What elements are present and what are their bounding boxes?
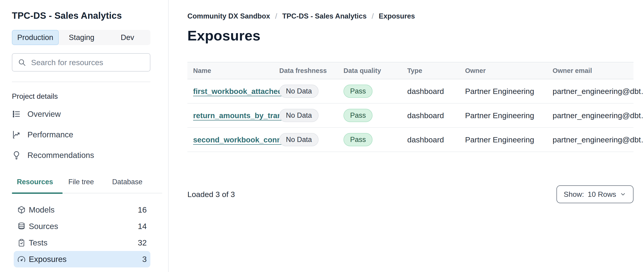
column-header-owner-email: Owner email bbox=[552, 67, 634, 74]
table-footer: Loaded 3 of 3 Show: 10 Rows bbox=[188, 185, 634, 203]
column-header-name: Name bbox=[188, 67, 279, 74]
loaded-count-text: Loaded 3 of 3 bbox=[188, 190, 235, 199]
resource-type-list: Models 16 Sources 14 bbox=[14, 202, 150, 272]
sidebar-item-label: Recommendations bbox=[28, 151, 94, 160]
list-icon bbox=[12, 110, 21, 119]
env-tab-production[interactable]: Production bbox=[12, 30, 59, 45]
resource-item-label: Tests bbox=[29, 238, 48, 247]
environment-tabs: Production Staging Dev bbox=[12, 30, 150, 45]
resource-item-sources[interactable]: Sources 14 bbox=[14, 218, 150, 234]
page-title: Exposures bbox=[188, 28, 634, 44]
exposure-owner-email: partner_engineering@dbt… bbox=[552, 87, 634, 96]
main-content: Community DX Sandbox / TPC-DS - Sales An… bbox=[188, 0, 634, 203]
freshness-badge: No Data bbox=[279, 84, 318, 98]
resource-search[interactable] bbox=[12, 53, 150, 72]
project-title: TPC-DS - Sales Analytics bbox=[12, 10, 150, 21]
table-header-row: Name Data freshness Data quality Type Ow… bbox=[188, 62, 634, 79]
chevron-down-icon bbox=[620, 191, 626, 198]
env-tab-staging[interactable]: Staging bbox=[59, 30, 105, 45]
resource-item-label: Models bbox=[29, 205, 54, 214]
quality-badge: Pass bbox=[344, 109, 372, 122]
project-sidebar: TPC-DS - Sales Analytics Production Stag… bbox=[0, 0, 169, 272]
database-icon bbox=[17, 222, 26, 230]
resource-item-cutoff[interactable] bbox=[14, 268, 150, 272]
cube-icon bbox=[17, 206, 26, 214]
resource-item-exposures[interactable]: Exposures 3 bbox=[14, 251, 150, 268]
sidebar-item-label: Performance bbox=[28, 130, 73, 139]
sidebar-item-label: Overview bbox=[28, 110, 61, 119]
sidebar-view-tabs: Resources File tree Database bbox=[12, 178, 150, 193]
breadcrumb-separator: / bbox=[372, 12, 374, 20]
freshness-badge: No Data bbox=[279, 133, 318, 146]
table-row: return_amounts_by_tran… No Data Pass das… bbox=[188, 104, 634, 128]
exposure-type: dashboard bbox=[407, 111, 465, 120]
exposure-name-link[interactable]: return_amounts_by_tran… bbox=[193, 111, 290, 120]
freshness-badge: No Data bbox=[279, 109, 318, 122]
exposure-owner: Partner Engineering bbox=[465, 135, 552, 144]
resource-count: 14 bbox=[138, 222, 147, 231]
project-details-nav: Overview Performance bbox=[12, 104, 150, 166]
tab-file-tree[interactable]: File tree bbox=[58, 178, 104, 193]
exposure-owner: Partner Engineering bbox=[465, 87, 552, 96]
dbt-explorer-page: TPC-DS - Sales Analytics Production Stag… bbox=[0, 0, 644, 272]
clipboard-check-icon bbox=[17, 239, 26, 247]
resource-count: 16 bbox=[138, 205, 147, 214]
lightbulb-icon bbox=[12, 151, 21, 160]
resource-count: 3 bbox=[142, 255, 147, 264]
exposure-type: dashboard bbox=[407, 87, 465, 96]
quality-badge: Pass bbox=[344, 84, 372, 98]
show-label: Show: bbox=[564, 190, 584, 199]
sidebar-item-recommendations[interactable]: Recommendations bbox=[12, 145, 150, 166]
exposure-owner-email: partner_engineering@dbt… bbox=[552, 135, 634, 144]
resource-item-label: Exposures bbox=[29, 255, 66, 264]
exposure-type: dashboard bbox=[407, 135, 465, 144]
line-chart-icon bbox=[12, 130, 21, 139]
resource-item-label: Sources bbox=[29, 222, 58, 231]
env-tab-dev[interactable]: Dev bbox=[104, 30, 150, 45]
table-row: second_workbook_conn… No Data Pass dashb… bbox=[188, 128, 634, 152]
exposure-owner: Partner Engineering bbox=[465, 111, 552, 120]
breadcrumb-separator: / bbox=[275, 12, 277, 20]
tab-database[interactable]: Database bbox=[104, 178, 150, 193]
breadcrumb: Community DX Sandbox / TPC-DS - Sales An… bbox=[188, 12, 634, 20]
search-input[interactable] bbox=[31, 58, 141, 67]
sidebar-item-performance[interactable]: Performance bbox=[12, 124, 150, 145]
sidebar-divider bbox=[12, 82, 150, 82]
column-header-data-freshness: Data freshness bbox=[279, 67, 344, 74]
resource-count: 32 bbox=[138, 238, 147, 247]
column-header-type: Type bbox=[407, 67, 465, 74]
search-icon bbox=[18, 58, 26, 66]
project-details-label: Project details bbox=[12, 92, 150, 100]
exposures-table: Name Data freshness Data quality Type Ow… bbox=[188, 62, 634, 152]
sidebar-item-overview[interactable]: Overview bbox=[12, 104, 150, 124]
tab-resources[interactable]: Resources bbox=[12, 178, 58, 193]
breadcrumb-project[interactable]: TPC-DS - Sales Analytics bbox=[282, 12, 366, 20]
exposure-name-link[interactable]: second_workbook_conn… bbox=[193, 136, 289, 144]
exposure-name-link[interactable]: first_workbook_attached… bbox=[193, 87, 290, 96]
table-row: first_workbook_attached… No Data Pass da… bbox=[188, 79, 634, 104]
column-header-owner: Owner bbox=[465, 67, 552, 74]
quality-badge: Pass bbox=[344, 133, 372, 146]
gauge-icon bbox=[17, 255, 26, 263]
column-header-data-quality: Data quality bbox=[344, 67, 407, 74]
resource-item-models[interactable]: Models 16 bbox=[14, 202, 150, 218]
show-value: 10 Rows bbox=[588, 190, 616, 199]
resource-item-tests[interactable]: Tests 32 bbox=[14, 234, 150, 251]
breadcrumb-account[interactable]: Community DX Sandbox bbox=[188, 12, 270, 20]
exposure-owner-email: partner_engineering@dbt… bbox=[552, 111, 634, 120]
rows-per-page-select[interactable]: Show: 10 Rows bbox=[556, 185, 634, 203]
active-tab-underline bbox=[12, 192, 62, 194]
breadcrumb-current: Exposures bbox=[379, 12, 415, 20]
